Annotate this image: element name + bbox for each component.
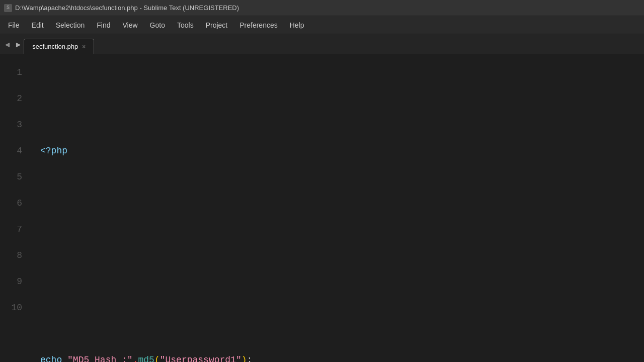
line-num-2: 2 [10,85,22,112]
menu-bar: File Edit Selection Find View Goto Tools… [0,16,644,34]
line-num-3: 3 [10,112,22,138]
line-num-6: 6 [10,190,22,216]
menu-selection[interactable]: Selection [50,19,91,31]
editor[interactable]: 1 2 3 4 5 6 7 8 9 10 <?php echo "MD5 Has… [0,54,644,362]
tab-nav-left-button[interactable]: ◄ [2,39,13,52]
tab-nav-right-button[interactable]: ► [13,39,24,52]
line-num-4: 4 [10,138,22,164]
menu-tools[interactable]: Tools [171,19,200,31]
code-line-1: <?php [40,138,644,164]
menu-help[interactable]: Help [284,19,310,31]
code-line-2 [40,242,644,268]
tab-bar: ◄ ► secfunction.php × [0,34,644,54]
tab-secfunction[interactable]: secfunction.php × [24,39,94,54]
window-title: D:\Wamp\apache2\htdocs\secfunction.php -… [15,4,239,12]
string-userpassword1-md5: "Userpassword1" [160,347,242,362]
string-md5-label: "MD5 Hash :" [67,347,133,362]
php-open-tag: <?php [40,138,67,164]
line-num-8: 8 [10,242,22,268]
line-numbers: 1 2 3 4 5 6 7 8 9 10 [0,54,30,362]
line-num-1: 1 [10,59,22,85]
line-num-10: 10 [10,295,22,321]
line-num-5: 5 [10,164,22,190]
menu-preferences[interactable]: Preferences [233,19,283,31]
menu-file[interactable]: File [2,19,26,31]
app-icon: S [4,4,12,12]
tab-filename: secfunction.php [32,43,78,50]
title-bar: S D:\Wamp\apache2\htdocs\secfunction.php… [0,0,644,16]
code-line-3: echo "MD5 Hash :".md5("Userpassword1"); [40,347,644,362]
menu-edit[interactable]: Edit [26,19,50,31]
menu-find[interactable]: Find [91,19,116,31]
code-editor[interactable]: <?php echo "MD5 Hash :".md5("Userpasswor… [30,54,644,362]
tab-close-button[interactable]: × [82,43,86,50]
md5-function: md5 [138,347,154,362]
line-num-9: 9 [10,268,22,295]
menu-view[interactable]: View [117,19,144,31]
menu-project[interactable]: Project [200,19,234,31]
echo-keyword-3: echo [40,347,62,362]
line-num-7: 7 [10,216,22,242]
menu-goto[interactable]: Goto [144,19,171,31]
